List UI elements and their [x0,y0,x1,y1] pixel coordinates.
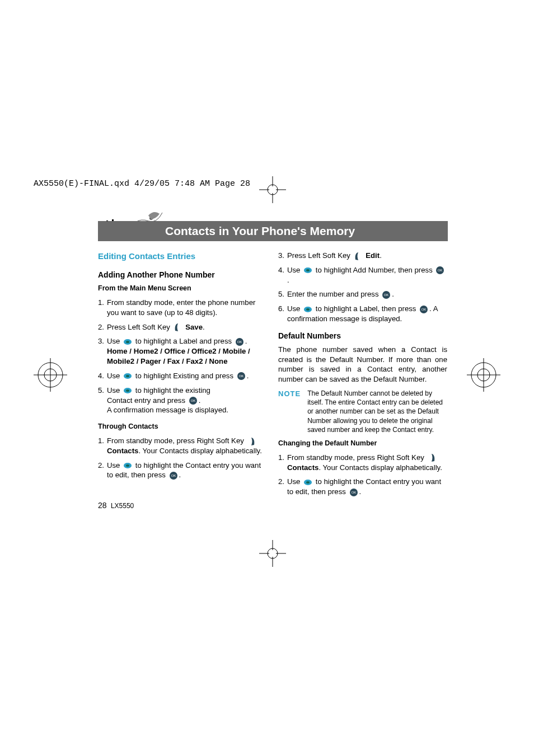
ok-key-icon: OK [349,488,358,497]
nav-key-icon [123,372,132,381]
right-column: 3.Press Left Soft Key Edit. 4.Use to hig… [278,251,447,501]
svg-point-37 [306,308,310,311]
ok-key-icon: OK [435,266,444,275]
svg-point-15 [126,341,129,343]
page-footer: 28 LX5550 [98,501,134,510]
step-t2: 2.Use to highlight the Contact entry you… [98,461,267,481]
subsection-heading: Default Numbers [278,331,447,341]
note-label: NOTE [278,389,301,434]
svg-point-31 [306,269,310,271]
ok-key-icon: OK [237,372,246,381]
svg-text:OK: OK [171,474,176,477]
step-3: 3.Use to highlight a Label and press OK.… [98,336,267,366]
crop-mark-bottom [259,540,286,567]
page-number: 28 [98,501,107,510]
ok-key-icon: OK [382,290,391,299]
right-soft-key-icon [247,437,256,446]
step-5: 5.Use to highlight the existing Contact … [98,386,267,415]
nav-key-icon [123,461,132,470]
step-c1: 1.From standby mode, press Right Soft Ke… [278,453,447,473]
crop-mark-top [259,176,286,203]
svg-point-41 [306,481,310,483]
step-2: 2.Press Left Soft Key Save. [98,322,267,332]
svg-point-27 [126,464,129,467]
ok-key-icon: OK [169,471,178,480]
svg-text:OK: OK [190,399,195,402]
subsub-heading: Changing the Default Number [278,439,447,448]
ok-key-icon: OK [189,396,198,405]
step-t1: 1.From standby mode, press Right Soft Ke… [98,436,267,456]
note-text: The Default Number cannot be deleted by … [307,389,447,434]
paragraph: The phone number saved when a Contact is… [278,345,447,384]
subsub-heading: From the Main Menu Screen [98,284,267,293]
nav-key-icon [123,386,132,395]
file-path-header: AX5550(E)-FINAL.qxd 4/29/05 7:48 AM Page… [34,179,250,189]
crop-mark-right [467,358,500,392]
subsub-heading: Through Contacts [98,422,267,431]
left-soft-key-icon [174,323,182,332]
ok-key-icon: OK [235,337,244,346]
nav-key-icon [303,478,312,487]
step-r3: 3.Press Left Soft Key Edit. [278,251,447,261]
left-column: Editing Contacts Entries Adding Another … [98,251,267,501]
section-title: Editing Contacts Entries [98,251,267,262]
subsection-heading: Adding Another Phone Number [98,270,267,280]
ok-key-icon: OK [419,305,428,314]
page-header-bar: Contacts in Your Phone's Memory [98,221,448,241]
crop-mark-left [34,358,67,392]
model-number: LX5550 [111,502,134,510]
step-4: 4.Use to highlight Existing and press OK… [98,371,267,381]
right-soft-key-icon [427,453,436,462]
nav-key-icon [303,305,312,314]
left-soft-key-icon [354,252,363,261]
nav-key-icon [123,337,132,346]
nav-key-icon [303,266,312,275]
svg-text:OK: OK [351,491,356,494]
note-block: NOTE The Default Number cannot be delete… [278,389,447,434]
step-r5: 5.Enter the number and press OK. [278,289,447,299]
svg-point-23 [126,389,129,392]
svg-text:OK: OK [384,293,389,297]
svg-text:OK: OK [237,340,242,344]
step-r6: 6.Use to highlight a Label, then press O… [278,304,447,324]
svg-text:OK: OK [238,374,243,378]
svg-point-19 [126,375,129,377]
svg-text:OK: OK [438,269,443,272]
svg-text:OK: OK [421,308,427,311]
step-1: 1.From standby mode, enter the phone num… [98,298,267,318]
step-r4: 4.Use to highlight Add Number, then pres… [278,265,447,285]
step-c2: 2.Use to highlight the Contact entry you… [278,477,447,497]
